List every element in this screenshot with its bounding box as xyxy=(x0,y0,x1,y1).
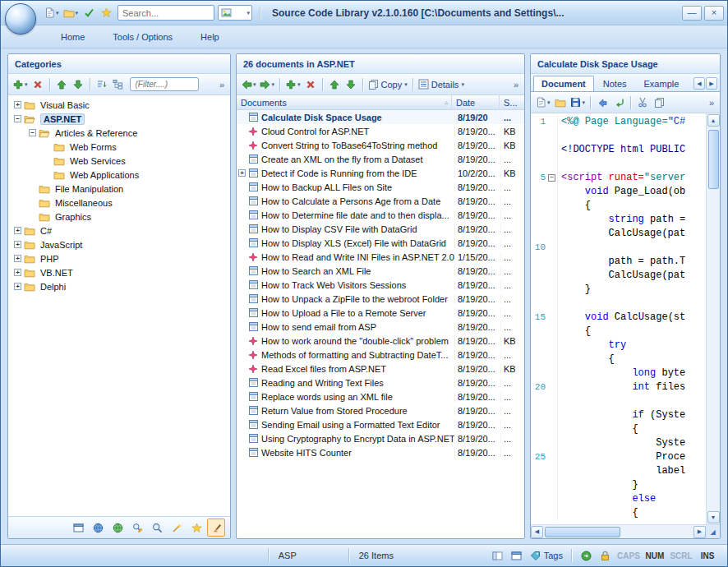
tree-item[interactable]: Miscellaneous xyxy=(8,196,230,210)
copy-button[interactable]: Copy▾ xyxy=(366,76,409,93)
move-document-down-button[interactable] xyxy=(343,76,359,93)
details-button[interactable]: Details▾ xyxy=(417,76,466,93)
document-row[interactable]: How to Display XLS (Excel) File with Dat… xyxy=(237,236,524,250)
toolbar-overflow-button[interactable]: » xyxy=(706,98,717,108)
menu-tools-options[interactable]: Tools / Options xyxy=(100,28,185,46)
expander-icon[interactable]: + xyxy=(14,283,21,290)
tree-item[interactable]: Graphics xyxy=(8,210,230,224)
expander-icon[interactable]: + xyxy=(14,227,21,234)
document-row[interactable]: Sending Email using a Formatted Text Edi… xyxy=(237,417,524,431)
document-row[interactable]: How to send email from ASP8/19/20...... xyxy=(237,320,524,334)
favorites-button[interactable] xyxy=(187,519,205,537)
vertical-scrollbar[interactable]: ▲ ▼ xyxy=(706,113,720,524)
lock-button[interactable] xyxy=(597,547,613,564)
horizontal-scroll-thumb[interactable] xyxy=(545,527,620,537)
toggle-tree-view-button[interactable] xyxy=(110,76,127,93)
open-button[interactable]: ▾ xyxy=(62,5,81,21)
document-row[interactable]: How to Determine file date and to then d… xyxy=(237,208,524,222)
tree-item[interactable]: −ASP.NET xyxy=(8,112,230,126)
row-expander-icon[interactable]: + xyxy=(238,169,246,177)
toolbar-overflow-button[interactable]: » xyxy=(510,80,522,90)
search-input[interactable] xyxy=(117,5,214,21)
internet-button[interactable] xyxy=(89,519,107,537)
fold-collapse-icon[interactable]: − xyxy=(548,174,555,182)
document-row[interactable]: How to Upload a File to a Remote Server8… xyxy=(237,306,524,320)
favorites-button[interactable] xyxy=(98,5,114,21)
toolbar-overflow-button[interactable]: » xyxy=(216,80,228,90)
forward-button[interactable]: ▾ xyxy=(258,76,277,93)
tab-document[interactable]: Document xyxy=(533,76,594,91)
tree-item[interactable]: Web Applications xyxy=(8,168,230,182)
expander-icon[interactable]: + xyxy=(14,241,21,248)
close-button[interactable]: × xyxy=(704,6,724,21)
menu-home[interactable]: Home xyxy=(48,28,97,46)
column-header-documents[interactable]: Documents xyxy=(237,95,452,109)
add-document-button[interactable]: ▾ xyxy=(283,76,302,93)
menu-help[interactable]: Help xyxy=(188,28,232,46)
document-row[interactable]: How to Search an XML File8/19/20...... xyxy=(237,264,524,278)
tree-item[interactable]: +Delphi xyxy=(8,279,230,293)
web-update-button[interactable] xyxy=(108,519,127,537)
document-row[interactable]: Using Cryptography to Encrypt Data in AS… xyxy=(237,431,524,445)
edit-search-button[interactable] xyxy=(128,519,146,537)
document-row[interactable]: How to Calculate a Persons Age from a Da… xyxy=(237,194,524,208)
next-tab-button[interactable]: ▶ xyxy=(706,77,717,90)
cut-button[interactable] xyxy=(634,94,651,111)
scroll-up-button[interactable]: ▲ xyxy=(707,114,720,127)
tree-item[interactable]: +C# xyxy=(8,224,230,237)
prev-tab-button[interactable]: ◀ xyxy=(693,77,705,90)
delete-category-button[interactable] xyxy=(30,76,46,93)
document-row[interactable]: Calculate Disk Space Usage8/19/20... xyxy=(237,110,524,124)
document-row[interactable]: Create an XML on the fly from a Dataset8… xyxy=(237,152,524,166)
scroll-right-button[interactable]: ▶ xyxy=(693,526,706,538)
expander-icon[interactable]: + xyxy=(14,101,21,108)
column-header-date[interactable]: Date xyxy=(452,95,500,109)
document-row[interactable]: Replace words using an XML file8/19/20..… xyxy=(237,390,524,403)
document-row[interactable]: Return Value from Stored Procedure8/19/2… xyxy=(237,403,524,417)
document-row[interactable]: How to Track Web Visitors Sessions8/19/2… xyxy=(237,278,524,292)
tags-button[interactable]: Tags xyxy=(528,551,565,561)
document-row[interactable]: Reading and Writing Text Files8/19/20...… xyxy=(237,376,524,390)
tree-item[interactable]: +VB.NET xyxy=(8,265,230,279)
send-to-button[interactable] xyxy=(69,519,87,537)
tab-example[interactable]: Example xyxy=(636,76,688,91)
move-category-up-button[interactable] xyxy=(53,76,70,93)
document-row[interactable]: How to Display CSV File with DataGrid8/1… xyxy=(237,222,524,236)
copy-code-button[interactable] xyxy=(651,94,667,111)
sync-button[interactable] xyxy=(578,547,594,564)
dock-right-button[interactable] xyxy=(509,547,525,564)
document-row[interactable]: Read Excel files from ASP.NET8/19/20...K… xyxy=(237,362,524,376)
new-document-button[interactable]: ▾ xyxy=(42,5,61,21)
tree-item[interactable]: Web Services xyxy=(8,154,230,168)
horizontal-scrollbar[interactable]: ◀ ▶ ◢ xyxy=(531,524,720,538)
document-row[interactable]: How to Unpack a ZipFile to the webroot F… xyxy=(237,292,524,306)
import-document-button[interactable] xyxy=(611,94,627,111)
dock-left-button[interactable] xyxy=(490,547,506,564)
expander-icon[interactable]: − xyxy=(14,115,21,122)
document-row[interactable]: +Detect if Code is Running from the IDE1… xyxy=(237,166,524,180)
move-document-up-button[interactable] xyxy=(326,76,343,93)
highlight-button[interactable] xyxy=(207,519,225,537)
delete-document-button[interactable] xyxy=(302,76,319,93)
column-header-size[interactable]: S... xyxy=(500,95,524,109)
tools-button[interactable] xyxy=(168,519,186,537)
document-row[interactable]: Cloud Control for ASP.NET8/19/20...KB xyxy=(237,124,524,138)
search-button[interactable] xyxy=(148,519,166,537)
minimize-button[interactable]: — xyxy=(682,6,702,21)
tree-item[interactable]: +JavaScript xyxy=(8,237,230,251)
document-row[interactable]: Methods of formatting and Subtracting Da… xyxy=(237,348,524,362)
document-row[interactable]: Convert String to ToBase64ToString metho… xyxy=(237,138,524,152)
code-editor[interactable]: 1<%@ Page Language="C#<!DOCTYPE html PUB… xyxy=(531,113,720,538)
open-document-button[interactable] xyxy=(552,94,569,111)
export-document-button[interactable] xyxy=(594,94,611,111)
scroll-down-button[interactable]: ▼ xyxy=(707,511,720,523)
expander-icon[interactable]: + xyxy=(14,269,21,276)
tree-item[interactable]: +Visual Basic xyxy=(8,98,230,112)
save-document-button[interactable]: ▾ xyxy=(569,94,587,111)
expander-icon[interactable]: − xyxy=(29,129,36,136)
tree-item[interactable]: Web Forms xyxy=(8,140,230,154)
add-category-button[interactable]: ▾ xyxy=(11,76,30,93)
tree-item[interactable]: −Articles & Reference xyxy=(8,126,230,140)
back-button[interactable]: ▾ xyxy=(239,76,258,93)
document-row[interactable]: How to Read and Write INI Files in ASP.N… xyxy=(237,250,524,264)
